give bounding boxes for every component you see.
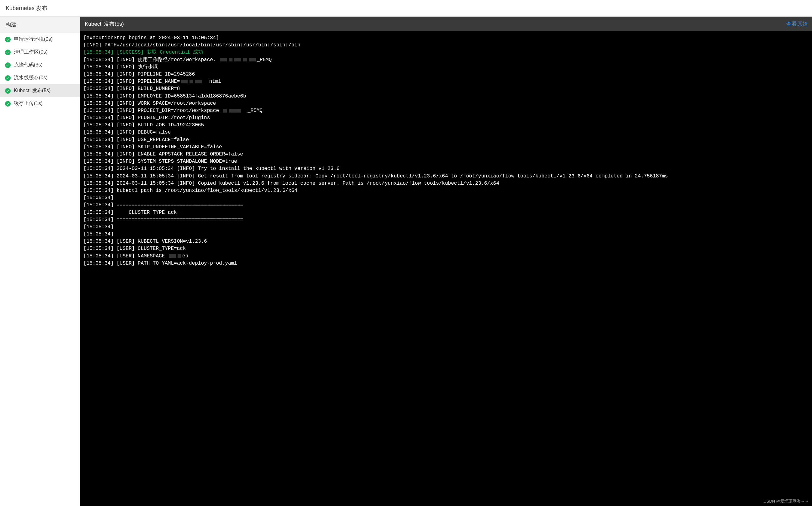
log-panel-header: Kubectl 发布(5s) 查看原始 — [80, 17, 812, 31]
redacted-block — [243, 58, 247, 62]
log-line: [15:05:34] 2024-03-11 15:05:34 [INFO] Ge… — [83, 173, 809, 180]
redacted-block — [229, 109, 241, 112]
view-original-link[interactable]: 查看原始 — [786, 20, 808, 27]
sidebar-item-step-2[interactable]: 克隆代码(3s) — [0, 59, 80, 72]
sidebar-item-label: 克隆代码(3s) — [14, 62, 43, 68]
redacted-block — [234, 58, 241, 62]
sidebar-item-step-4[interactable]: Kubectl 发布(5s) — [0, 84, 80, 97]
log-line: [15:05:34] [INFO] ENABLE_APPSTACK_RELEAS… — [83, 151, 809, 158]
redacted-block — [177, 254, 181, 258]
log-line: [15:05:34] 2024-03-11 15:05:34 [INFO] Tr… — [83, 165, 809, 172]
log-line: [15:05:34] [INFO] SYSTEM_STEPS_STANDALON… — [83, 158, 809, 165]
log-line: [15:05:34] =============================… — [83, 216, 809, 224]
log-line: [15:05:34] [INFO] 执行步骤 — [83, 64, 809, 71]
sidebar-header: 构建 — [0, 17, 80, 33]
sidebar-item-label: 申请运行环境(0s) — [14, 36, 53, 43]
log-line: [15:05:34] [USER] KUBECTL_VERSION=v1.23.… — [83, 238, 809, 245]
log-line: [15:05:34] [USER] NAMESPACE eb — [83, 253, 809, 260]
log-line: [15:05:34] CLUSTER TYPE ack — [83, 209, 809, 216]
redacted-block — [220, 58, 227, 62]
log-line: [15:05:34] [INFO] WORK_SPACE=/root/works… — [83, 100, 809, 107]
log-line: [15:05:34] [INFO] EMPLOYEE_ID=6585134fa1… — [83, 93, 809, 100]
check-circle-icon — [5, 62, 11, 68]
redacted-block — [169, 254, 176, 258]
check-circle-icon — [5, 50, 11, 55]
log-line: [15:05:34] [INFO] 使用工作路径/root/workspace,… — [83, 57, 809, 64]
check-circle-icon — [5, 37, 11, 42]
log-line: [15:05:34] kubectl path is /root/yunxiao… — [83, 187, 809, 194]
redacted-block — [223, 109, 227, 112]
sidebar-item-label: 缓存上传(1s) — [14, 100, 43, 107]
check-circle-icon — [5, 88, 11, 94]
redacted-block — [229, 58, 232, 62]
log-line: [15:05:34] — [83, 231, 809, 238]
log-panel[interactable]: [executionStep begins at 2024-03-11 15:0… — [80, 31, 812, 506]
watermark: CSDN @爱埋珊瑚海～～ — [763, 499, 809, 504]
sidebar: 构建 申请运行环境(0s)清理工作区(0s)克隆代码(3s)流水线缓存(0s)K… — [0, 17, 80, 506]
check-circle-icon — [5, 75, 11, 81]
sidebar-item-step-0[interactable]: 申请运行环境(0s) — [0, 33, 80, 46]
log-line: [15:05:34] [INFO] PROJECT_DIR=/root/work… — [83, 107, 809, 114]
log-line: [15:05:34] [INFO] DEBUG=false — [83, 129, 809, 136]
sidebar-item-label: Kubectl 发布(5s) — [14, 87, 51, 94]
redacted-block — [181, 80, 188, 83]
log-line: [15:05:34] — [83, 224, 809, 231]
log-line: [15:05:34] [INFO] PLUGIN_DIR=/root/plugi… — [83, 114, 809, 121]
log-line: [15:05:34] 2024-03-11 15:05:34 [INFO] Co… — [83, 180, 809, 187]
log-line: [15:05:34] [INFO] SKIP_UNDEFINE_VARIABLE… — [83, 144, 809, 151]
sidebar-item-step-1[interactable]: 清理工作区(0s) — [0, 46, 80, 59]
check-circle-icon — [5, 101, 11, 107]
log-line: [15:05:34] [INFO] USE_REPLACE=false — [83, 137, 809, 144]
log-line: [executionStep begins at 2024-03-11 15:0… — [83, 34, 809, 42]
log-line: [15:05:34] [INFO] PIPELINE_NAME= ntml — [83, 78, 809, 85]
main-panel: Kubectl 发布(5s) 查看原始 [executionStep begin… — [80, 17, 812, 506]
redacted-block — [195, 80, 202, 83]
main-container: 构建 申请运行环境(0s)清理工作区(0s)克隆代码(3s)流水线缓存(0s)K… — [0, 17, 812, 506]
log-line: [15:05:34] [USER] CLUSTER_TYPE=ack — [83, 245, 809, 252]
redacted-block — [249, 58, 256, 62]
log-line: [INFO] PATH=/usr/local/sbin:/usr/local/b… — [83, 42, 809, 49]
log-line: [15:05:34] [INFO] PIPELINE_ID=2945286 — [83, 71, 809, 78]
log-panel-title: Kubectl 发布(5s) — [85, 20, 124, 27]
sidebar-item-step-5[interactable]: 缓存上传(1s) — [0, 97, 80, 110]
log-line: [15:05:34] =============================… — [83, 201, 809, 209]
redacted-block — [190, 80, 193, 83]
log-line: [15:05:34] [USER] PATH_TO_YAML=ack-deplo… — [83, 260, 809, 267]
log-line: [15:05:34] — [83, 194, 809, 201]
sidebar-item-label: 清理工作区(0s) — [14, 49, 48, 56]
log-line: [15:05:34] [SUCCESS] 获取 Credential 成功 — [83, 49, 809, 56]
sidebar-item-step-3[interactable]: 流水线缓存(0s) — [0, 72, 80, 84]
page-title: Kubernetes 发布 — [0, 0, 812, 17]
log-line: [15:05:34] [INFO] BUILD_NUMBER=8 — [83, 85, 809, 92]
log-line: [15:05:34] [INFO] BUILD_JOB_ID=192423065 — [83, 121, 809, 129]
sidebar-item-label: 流水线缓存(0s) — [14, 75, 48, 81]
